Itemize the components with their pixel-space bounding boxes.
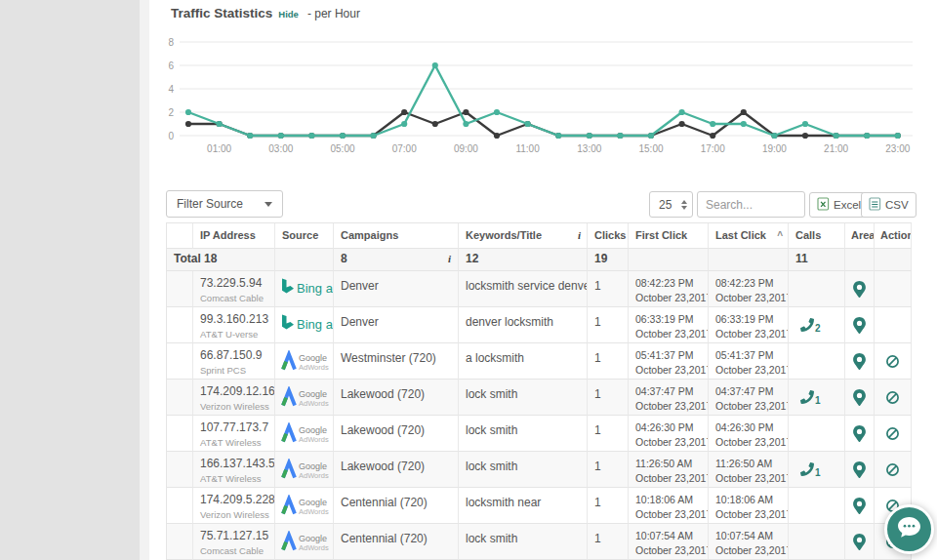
svg-text:Google: Google [299,389,327,399]
table-body: 73.229.5.94 Comcast Cable Bing ad Denver… [167,271,912,560]
map-pin-icon[interactable] [853,281,866,298]
map-pin-icon[interactable] [853,425,866,442]
ip-cell: 66.87.150.9 Sprint PCS [193,343,275,380]
campaign-cell: Centennial (720) [334,524,459,560]
campaign-name: Centennial (720) [341,532,451,545]
clicks-cell: 1 [588,380,629,416]
calls-cell: 1 [789,380,845,416]
header-action[interactable]: Action [875,223,912,249]
svg-text:Google: Google [299,534,327,543]
clicks-cell: 1 [588,307,629,343]
calls-cell [789,343,845,380]
first-click-cell: 08:42:23 PM October 23,2017 [629,271,709,307]
svg-text:4: 4 [168,84,174,95]
svg-text:01:00: 01:00 [207,143,231,154]
header-keywords-title[interactable]: Keywords/Title i [459,223,588,249]
ip-address: 166.137.143.56 [200,457,267,470]
carrier-name: AT&T U-verse [200,329,267,340]
row-select-cell [167,271,193,307]
header-last-click[interactable]: Last Click ^ [709,223,789,249]
search-input[interactable] [697,191,805,218]
page-size-select[interactable]: 25 [649,191,693,218]
clicks-cell: 1 [588,343,629,380]
first-click-date: October 23,2017 [635,327,701,341]
header-area[interactable]: Area [845,223,875,249]
map-pin-icon[interactable] [853,498,866,514]
calls-cell [789,524,845,560]
clicks-count: 1 [594,279,621,293]
last-click-date: October 23,2017 [715,363,781,378]
bing-ads-logo: Bing ad [280,278,333,300]
map-pin-icon[interactable] [853,461,866,478]
block-ip-icon[interactable] [885,426,900,441]
google-adwords-logo: GoogleAdWords [280,386,333,408]
last-click-time: 04:26:30 PM [715,420,781,435]
campaign-name: Lakewood (720) [341,423,451,437]
header-first-click[interactable]: First Click [629,223,709,249]
table-row: 99.3.160.213 AT&T U-verse Bing ad Denver… [167,307,912,343]
last-click-cell: 11:26:50 AM October 23,2017 [709,452,789,488]
source-cell: GoogleAdWords [275,524,334,560]
info-icon: i [578,223,581,248]
svg-text:19:00: 19:00 [762,143,787,154]
first-click-date: October 23,2017 [635,399,701,414]
total-keywords: 12 [459,249,588,271]
traffic-table: IP Address Source Campaigns Keywords/Tit… [166,222,912,560]
keyword-text: a locksmith [466,351,580,365]
keyword-text: locksmith near [466,496,580,509]
source-cell: GoogleAdWords [275,488,334,524]
area-cell [845,416,875,452]
block-ip-icon[interactable] [885,390,900,405]
keyword-cell: lock smith [459,452,588,488]
header-calls[interactable]: Calls [789,223,845,249]
phone-icon [800,318,814,332]
area-cell [845,488,875,524]
first-click-date: October 23,2017 [635,471,701,486]
google-adwords-logo: GoogleAdWords [280,459,333,480]
calls-cell [789,271,845,307]
excel-button[interactable]: Excel [809,192,869,218]
svg-text:0: 0 [168,131,174,141]
excel-icon [817,197,830,213]
clicks-count: 1 [594,387,621,401]
header-clicks[interactable]: Clicks [588,223,629,249]
table-header-row: IP Address Source Campaigns Keywords/Tit… [167,222,912,249]
call-count: 1 [815,467,821,478]
last-click-cell: 06:33:19 PM October 23,2017 [709,307,789,343]
row-select-cell [167,452,193,488]
map-pin-icon[interactable] [853,353,866,370]
header-campaigns[interactable]: Campaigns [334,223,459,249]
map-pin-icon[interactable] [853,389,866,406]
keyword-cell: denver locksmith [459,307,588,343]
ip-address: 174.209.5.228 [200,493,267,506]
carrier-name: Sprint PCS [200,365,267,376]
block-ip-icon[interactable] [885,354,900,369]
info-icon: i [448,249,451,269]
campaign-name: Denver [341,315,451,329]
header-source[interactable]: Source [275,223,334,249]
campaign-name: Lakewood (720) [341,460,451,473]
svg-text:AdWords: AdWords [299,363,329,372]
first-click-time: 06:33:19 PM [635,312,701,327]
csv-button[interactable]: CSV [861,192,917,218]
first-click-date: October 23,2017 [635,291,701,305]
block-ip-icon[interactable] [885,462,900,477]
header-ip-address[interactable]: IP Address [193,223,275,249]
svg-text:11:00: 11:00 [515,143,540,154]
campaign-name: Denver [341,279,451,293]
first-click-cell: 04:26:30 PM October 23,2017 [629,416,709,452]
svg-text:8: 8 [168,37,174,48]
chat-widget-button[interactable] [884,504,934,554]
map-pin-icon[interactable] [853,317,866,334]
clicks-count: 1 [594,423,621,437]
carrier-name: AT&T Wireless [200,473,267,484]
total-clicks: 19 [588,249,629,271]
last-click-time: 10:18:06 AM [715,493,781,507]
map-pin-icon[interactable] [853,534,866,550]
keyword-text: lock smith [466,532,580,545]
svg-text:AdWords: AdWords [299,399,329,408]
calls-cell [789,488,845,524]
filter-source-select[interactable]: Filter Source [166,190,283,218]
hide-link[interactable]: Hide [278,9,299,20]
svg-text:6: 6 [168,60,174,71]
